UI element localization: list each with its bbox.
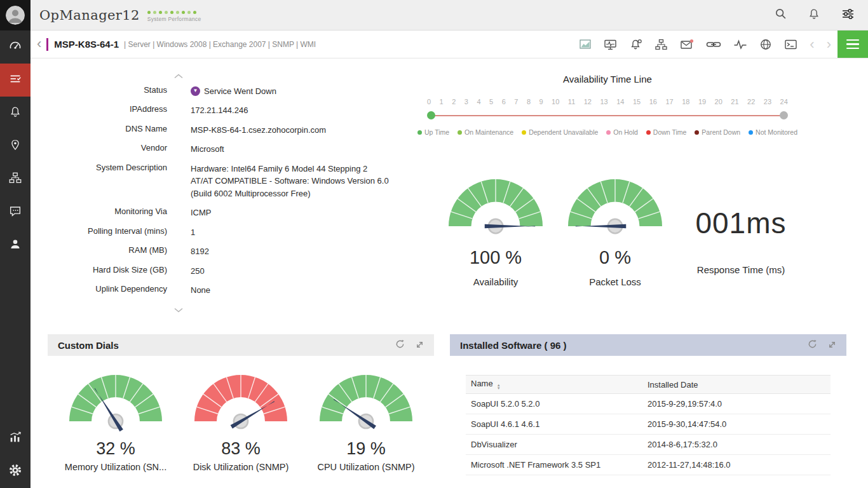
detail-row: DNS Name MSP-K8S-64-1.csez.zohocorpin.co…	[50, 120, 409, 140]
table-row[interactable]: SoapUI 4.6.1 4.6.1 2015-9-30,14:47:54.0	[466, 414, 831, 435]
hour-label: 3	[465, 98, 468, 105]
terminal-icon[interactable]	[784, 38, 797, 51]
panel-actions	[808, 339, 836, 351]
device-header-icons: ‹ ›	[579, 37, 831, 51]
detail-label: DNS Name	[50, 124, 167, 137]
expand-icon[interactable]	[828, 340, 836, 351]
next-chevron-icon[interactable]: ›	[827, 37, 831, 51]
dial-label: CPU Utilization (SNMP)	[306, 462, 426, 472]
menu-button[interactable]	[837, 30, 868, 58]
legend-label: Not Monitored	[756, 128, 797, 136]
hour-label: 7	[514, 98, 518, 105]
packet-loss-gauge-block: 0 % Packet Loss	[564, 177, 666, 287]
software-date: 2015-9-29,19:57:4.0	[648, 399, 825, 409]
alarm-settings-icon[interactable]	[629, 38, 642, 51]
sidebar-item-alarms[interactable]	[0, 97, 31, 130]
detail-row: RAM (MB) 8192	[50, 242, 409, 262]
chat-icon	[8, 204, 22, 220]
legend-dot	[458, 130, 462, 135]
software-date: 2014-8-6,17:5:32.0	[648, 440, 825, 449]
sidebar-item-maps[interactable]	[0, 130, 31, 163]
dial-label: Disk Utilization (SNMP)	[180, 462, 301, 472]
logo-subtitle-block: System Performance	[147, 11, 201, 22]
detail-row: Uplink Dependency None	[50, 281, 409, 301]
main-content: Status ▼ Service Went Down IPAddress 172…	[31, 58, 868, 488]
user-avatar[interactable]	[0, 0, 31, 30]
sidebar-item-support[interactable]	[0, 196, 31, 229]
software-name: Microsoft .NET Framework 3.5 SP1	[471, 460, 648, 470]
sort-icon[interactable]: ▲▼	[497, 384, 501, 390]
custom-dial: 32 % Memory Utilization (SN...	[55, 372, 176, 472]
dial-value: 83 %	[180, 439, 301, 459]
detail-label: Status	[50, 85, 167, 98]
detail-value: 8192	[191, 245, 409, 258]
inventory-list-icon	[8, 72, 22, 88]
detail-value: 172.21.144.246	[191, 104, 409, 117]
sidebar-item-dashboard[interactable]	[0, 30, 31, 64]
software-name: SoapUI 5.2.0 5.2.0	[471, 399, 648, 409]
response-time-block: 001ms Response Time (ms)	[671, 206, 811, 275]
software-name: DbVisualizer	[471, 440, 648, 449]
alarm-bell-icon	[8, 105, 22, 121]
legend-item: Dependent Unavailable	[522, 128, 598, 136]
response-graph-icon[interactable]	[733, 38, 747, 51]
table-row[interactable]: SoapUI 5.2.0 5.2.0 2015-9-29,19:57:4.0	[466, 394, 831, 414]
hour-label: 9	[539, 98, 543, 105]
slider-end-handle[interactable]	[780, 111, 788, 119]
table-row[interactable]: DbVisualizer 2014-8-6,17:5:32.0	[466, 435, 831, 455]
installed-software-header: Installed Software ( 96 )	[450, 334, 846, 356]
refresh-icon[interactable]	[395, 339, 405, 351]
device-meta: | Server | Windows 2008 | Exchange 2007 …	[124, 40, 316, 49]
sidebar-item-reports[interactable]	[0, 422, 31, 455]
hour-label: 17	[665, 98, 673, 105]
detail-value: ▼ Service Went Down	[191, 85, 409, 98]
detail-value: Hardware: Intel64 Family 6 Model 44 Step…	[191, 163, 409, 200]
avatar	[6, 6, 25, 25]
availability-gauge	[445, 177, 546, 239]
back-chevron-icon[interactable]: ‹	[37, 37, 41, 51]
devices-icon	[8, 171, 22, 187]
prev-chevron-icon[interactable]: ‹	[810, 37, 814, 51]
link-icon[interactable]	[706, 38, 721, 51]
settings-sliders-icon[interactable]	[840, 6, 855, 24]
hour-label: 15	[633, 98, 641, 105]
device-tree-icon[interactable]	[654, 38, 668, 51]
sidebar-item-infrastructure[interactable]	[0, 163, 31, 196]
dial-gauge	[180, 372, 301, 434]
mail-icon[interactable]	[680, 38, 694, 51]
globe-icon[interactable]	[759, 38, 772, 51]
legend-item: On Hold	[606, 128, 638, 136]
detail-label: Hard Disk Size (GB)	[50, 265, 167, 278]
hour-label: 0	[427, 98, 431, 105]
detail-value: ICMP	[191, 207, 409, 219]
sidebar-item-inventory[interactable]	[0, 64, 31, 97]
scroll-up-icon[interactable]	[174, 70, 409, 81]
legend-dot	[695, 130, 699, 135]
installed-software-title: Installed Software ( 96 )	[460, 340, 567, 351]
hour-label: 24	[780, 98, 788, 105]
topbar-icons	[774, 6, 855, 24]
timeline-hours: 0123456789101112131415161718192021222324	[427, 98, 788, 105]
hour-label: 8	[527, 98, 531, 105]
column-header-name[interactable]: Name▲▼	[471, 379, 648, 390]
column-header-date[interactable]: Installed Date	[648, 380, 825, 390]
sidebar-item-users[interactable]	[0, 229, 31, 262]
logo-subtitle: System Performance	[147, 16, 201, 22]
detail-row: Hard Disk Size (GB) 250	[50, 261, 409, 281]
table-row[interactable]: Microsoft .NET Framework 3.5 SP1 2012-11…	[466, 455, 831, 475]
gear-icon	[8, 463, 23, 480]
performance-chart-icon[interactable]	[579, 38, 592, 51]
expand-icon[interactable]	[416, 340, 424, 351]
legend-label: Up Time	[424, 128, 449, 136]
detail-row: Vendor Microsoft	[50, 140, 409, 159]
slider-start-handle[interactable]	[427, 111, 435, 119]
packet-loss-gauge	[564, 177, 666, 239]
custom-dials-header: Custom Dials	[48, 334, 434, 356]
sidebar-item-settings[interactable]	[0, 455, 31, 488]
refresh-icon[interactable]	[808, 339, 817, 351]
notifications-bell-icon[interactable]	[807, 7, 821, 24]
scroll-down-icon[interactable]	[174, 304, 409, 315]
detail-value: None	[191, 284, 409, 297]
search-icon[interactable]	[774, 7, 788, 24]
monitor-graph-icon[interactable]	[604, 38, 617, 51]
